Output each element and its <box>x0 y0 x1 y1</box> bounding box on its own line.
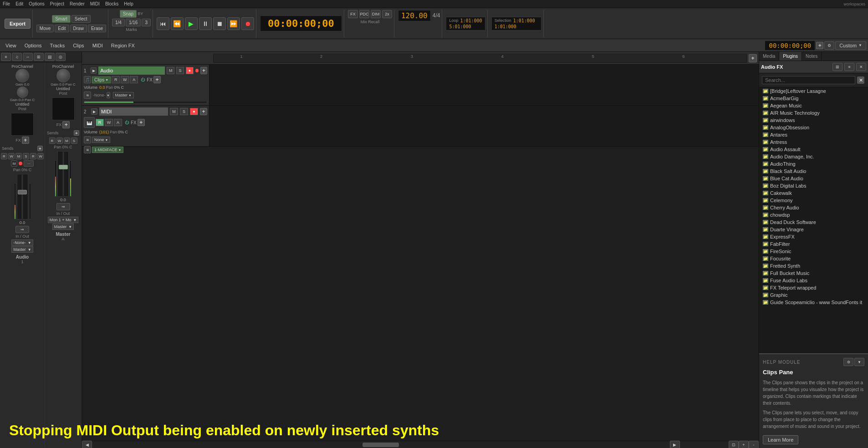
ch-dots-btn[interactable]: ··· <box>24 160 34 167</box>
plugin-item-27[interactable]: 📁 FX Teleport wrapped <box>759 284 868 291</box>
snap-val-button[interactable]: 1/4 <box>112 19 125 26</box>
stop-button[interactable]: ⏹ <box>213 17 226 30</box>
gain-knob-1[interactable] <box>15 69 29 82</box>
ch-w-btn[interactable]: W <box>8 153 15 159</box>
plugin-item-29[interactable]: 📁 Guide Scopeamiclio - www SoundFonts it <box>759 299 868 306</box>
menu-edit[interactable]: Edit <box>15 1 23 6</box>
tab-plugins[interactable]: Plugins <box>779 52 802 61</box>
settings-button[interactable]: ⚙ <box>824 41 834 50</box>
ch2-m-btn[interactable]: M <box>64 137 70 144</box>
plugin-item-7[interactable]: 📁 Antress <box>759 138 868 146</box>
menu-file[interactable]: File <box>3 1 10 6</box>
plugin-item-13[interactable]: 📁 Boz Digital Labs <box>759 182 868 189</box>
none-dropdown-2[interactable]: None <box>92 137 110 143</box>
plugin-item-26[interactable]: 📁 Fuse Audio Labs <box>759 277 868 284</box>
track-w-1[interactable]: W <box>121 76 129 83</box>
plugin-item-11[interactable]: 📁 Black Salt Audio <box>759 168 868 175</box>
sends-add-1[interactable]: + <box>37 146 43 151</box>
scroll-right-btn[interactable]: ▶ <box>670 441 680 448</box>
region-fx-button[interactable]: Region FX <box>107 42 138 49</box>
track-device-btn[interactable]: ≋ <box>84 146 91 153</box>
track-rec-1[interactable]: ● <box>186 67 194 74</box>
plugin-view-2[interactable]: ≡ <box>844 63 854 71</box>
input-dropdown-1[interactable]: -None- <box>11 239 33 246</box>
plugin-item-8[interactable]: 📁 Audio Assault <box>759 146 868 153</box>
plugin-search-input[interactable] <box>762 76 855 84</box>
menu-project[interactable]: Project <box>50 1 64 6</box>
midi-button[interactable]: MIDI <box>89 42 107 49</box>
plugin-item-10[interactable]: 📁 AudioThing <box>759 160 868 168</box>
bpm-display[interactable]: 120.00 <box>398 10 431 21</box>
pause-button[interactable]: ⏸ <box>199 17 212 30</box>
tracks-button[interactable]: Tracks <box>46 42 69 49</box>
menu-options[interactable]: Options <box>29 1 44 6</box>
left-icon-6[interactable]: ◎ <box>56 53 66 61</box>
plugin-item-3[interactable]: 📁 AIR Music Technology <box>759 109 868 117</box>
ch-r-btn[interactable]: R <box>1 153 7 159</box>
fx-add-2[interactable]: + <box>62 121 70 128</box>
view-button[interactable]: View <box>2 42 20 49</box>
snap-button[interactable]: Snap <box>120 10 137 18</box>
zoom-out-btn[interactable]: - <box>749 441 759 448</box>
tab-notes[interactable]: Notes <box>802 52 822 61</box>
ch-w2-btn[interactable]: W <box>37 153 44 159</box>
ch-m-btn[interactable]: M <box>15 153 22 159</box>
menu-render[interactable]: Render <box>70 1 85 6</box>
track-solo-1[interactable]: S <box>176 67 184 74</box>
output-dropdown-2[interactable]: Master <box>52 224 74 230</box>
left-icon-1[interactable]: ≡ <box>1 53 11 61</box>
plugin-item-22[interactable]: 📁 FireSonic <box>759 248 868 255</box>
left-icon-5[interactable]: ▤ <box>45 53 55 61</box>
gain-knob-2[interactable] <box>56 69 70 82</box>
search-clear-button[interactable]: ✕ <box>857 76 864 84</box>
track-fx-add-1[interactable]: + <box>153 76 161 83</box>
input-dropdown-2[interactable]: Mon 1 + Mo <box>48 217 79 223</box>
ch-r2-btn[interactable]: R <box>30 153 36 159</box>
pan-knob-1[interactable] <box>17 87 28 98</box>
ch2-route-btn[interactable]: ⇒ <box>56 203 70 210</box>
record-button[interactable]: ⏺ <box>241 17 254 30</box>
fx-button[interactable]: FX <box>348 10 358 18</box>
menu-help[interactable]: Help <box>124 1 133 6</box>
snap-val2-button[interactable]: 1/16 <box>126 19 141 26</box>
h-scroll-thumb[interactable] <box>363 443 399 447</box>
plugin-item-20[interactable]: 📁 ExpressFX <box>759 233 868 240</box>
plugin-item-0[interactable]: 📁 [Bridge]Leftover Lasagne <box>759 87 868 95</box>
plugin-item-2[interactable]: 📁 Aegean Music <box>759 102 868 109</box>
plugin-view-3[interactable]: ✕ <box>856 63 866 71</box>
plugin-item-15[interactable]: 📁 Celemony <box>759 197 868 204</box>
track-expand-2[interactable]: ▶ <box>91 108 97 115</box>
plugin-item-12[interactable]: 📁 Blue Cat Audio <box>759 175 868 182</box>
fader-2[interactable] <box>57 151 69 197</box>
track-eq-2[interactable]: ≋ <box>84 136 91 143</box>
menu-midi[interactable]: MIDI <box>90 1 100 6</box>
master-dropdown-1[interactable]: Master ▼ <box>113 92 134 98</box>
add-track-button[interactable]: + <box>816 42 823 49</box>
track-name-input-2[interactable] <box>99 107 168 116</box>
play-button[interactable]: ▶ <box>185 17 198 30</box>
plugin-item-18[interactable]: 📁 Dead Duck Software <box>759 219 868 226</box>
track-r-1[interactable]: R <box>112 76 120 83</box>
plugin-item-25[interactable]: 📁 Full Bucket Music <box>759 270 868 277</box>
left-icon-2[interactable]: ♫ <box>12 53 22 61</box>
left-icon-4[interactable]: ⊞ <box>34 53 44 61</box>
options-button[interactable]: Options <box>21 42 46 49</box>
device-dropdown-2[interactable]: 1-MIDIFACE <box>92 147 123 153</box>
help-settings-btn[interactable]: ⚙ <box>843 358 853 366</box>
ch2-s-btn[interactable]: S <box>71 137 77 144</box>
track-solo-2[interactable]: S <box>180 108 188 115</box>
tab-media[interactable]: Media <box>759 52 779 61</box>
track-expand-1[interactable]: ▶ <box>91 67 97 74</box>
export-button[interactable]: Export <box>5 19 31 29</box>
learn-more-button[interactable]: Learn More <box>763 435 798 444</box>
clips-dropdown-1[interactable]: Clips <box>92 76 111 83</box>
left-icon-3[interactable]: ↔ <box>23 53 33 61</box>
track-eq-1[interactable]: ≋ <box>84 92 91 99</box>
menu-blocks[interactable]: Blocks <box>105 1 118 6</box>
track-add-1[interactable]: + <box>200 67 207 74</box>
track-w-2[interactable]: W <box>105 119 113 126</box>
plugin-item-17[interactable]: 📁 chowdsp <box>759 211 868 219</box>
draw-tool-button[interactable]: Draw <box>70 25 87 32</box>
plugin-item-16[interactable]: 📁 Cherry Audio <box>759 204 868 211</box>
x2-button[interactable]: 2x <box>382 10 392 18</box>
